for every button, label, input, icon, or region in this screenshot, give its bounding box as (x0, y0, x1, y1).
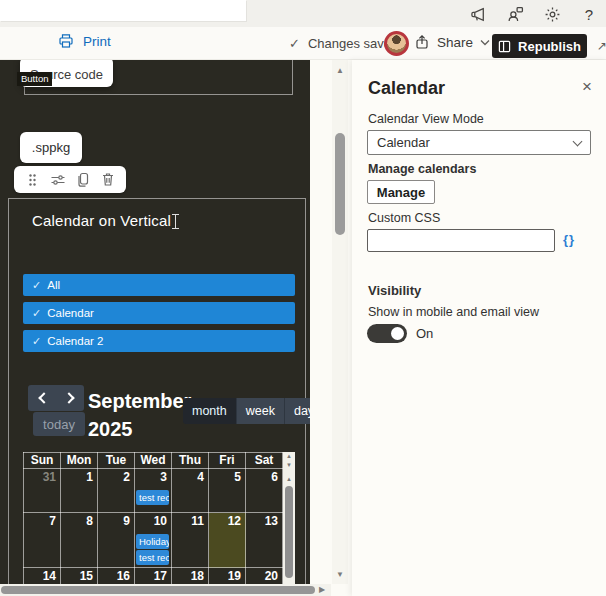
duplicate-icon[interactable] (74, 171, 92, 189)
filter-label: Calendar 2 (47, 335, 103, 347)
check-icon: ✓ (289, 36, 300, 51)
calendar-event[interactable]: test rec (136, 490, 169, 505)
day-number: 6 (246, 469, 282, 484)
toggle-state-label: On (416, 326, 433, 341)
page-canvas: Source code Button .sppkg Calendar on Ve… (0, 60, 310, 596)
filter-button[interactable]: ✓All (23, 274, 295, 296)
toggle-knob (391, 327, 404, 340)
check-icon: ✓ (32, 307, 41, 320)
visibility-toggle[interactable] (367, 324, 407, 343)
webpart-title-text: Calendar on Vertical (32, 212, 171, 229)
page-editor: ? Print ✓ Changes saved Share (0, 0, 606, 596)
calendar-scroll-thumb[interactable] (285, 486, 293, 578)
day-cell[interactable]: 3test rec (135, 469, 172, 513)
view-button-month[interactable]: month (183, 398, 236, 424)
text-cursor (175, 214, 176, 229)
scroll-up-icon[interactable]: ▲ (332, 66, 348, 75)
view-mode-dropdown[interactable]: Calendar (367, 130, 591, 155)
day-cell[interactable]: 12 (209, 513, 246, 568)
day-cell[interactable]: 13 (246, 513, 283, 568)
day-cell[interactable]: 9 (98, 513, 135, 568)
view-mode-label: Calendar View Mode (368, 112, 484, 126)
user-avatar[interactable] (384, 31, 409, 56)
day-number: 16 (98, 568, 134, 583)
horizontal-scroll-thumb[interactable] (1, 586, 315, 594)
delete-icon[interactable] (99, 171, 117, 189)
webpart-title[interactable]: Calendar on Vertical (32, 212, 176, 229)
scroll-up-icon[interactable]: ▲ (283, 475, 295, 484)
chevron-right-icon (63, 392, 74, 403)
republish-button[interactable]: Republish (492, 34, 587, 58)
prev-month-button[interactable] (28, 385, 56, 411)
print-label: Print (83, 34, 111, 49)
filter-button[interactable]: ✓Calendar (23, 302, 295, 324)
command-bar: Print ✓ Changes saved Share Republish ↗ (0, 27, 606, 60)
calendar-filter-buttons: ✓All✓Calendar✓Calendar 2 (23, 274, 295, 358)
visibility-label: Visibility (368, 283, 421, 298)
chevron-down-icon (480, 39, 490, 46)
day-cell[interactable]: 8 (61, 513, 98, 568)
day-number: 7 (24, 513, 60, 528)
calendar-scrollbar[interactable]: ▲ ▼ ▲ (283, 452, 295, 596)
print-button[interactable]: Print (58, 33, 111, 49)
scroll-right-icon[interactable]: ▶ (319, 585, 325, 594)
resize-arrow-icon: ↗ (597, 39, 606, 53)
view-button-day[interactable]: day (284, 398, 310, 424)
view-mode-value: Calendar (377, 135, 430, 150)
open-menu-remnant (0, 0, 246, 21)
manage-button[interactable]: Manage (367, 180, 435, 204)
next-month-button[interactable] (56, 385, 84, 411)
drag-handle-icon[interactable] (24, 171, 42, 189)
day-number: 4 (172, 469, 208, 484)
today-button[interactable]: today (33, 412, 85, 436)
day-cell[interactable]: 31 (24, 469, 61, 513)
page-vertical-scrollbar[interactable]: ▲ ▼ (332, 60, 348, 584)
day-cell[interactable]: 6 (246, 469, 283, 513)
day-number: 5 (209, 469, 245, 484)
scroll-up-icon[interactable]: ▲ (283, 452, 295, 461)
sppkg-file-chip[interactable]: .sppkg (20, 132, 82, 163)
close-icon[interactable]: × (576, 76, 598, 98)
day-cell[interactable]: 1 (61, 469, 98, 513)
day-cell[interactable]: 4 (172, 469, 209, 513)
chevron-left-icon (38, 392, 49, 403)
day-number: 13 (246, 513, 282, 528)
day-header: Sun (24, 453, 61, 469)
day-number: 8 (61, 513, 97, 528)
webpart-toolbar (14, 166, 126, 193)
day-cell[interactable]: 11 (172, 513, 209, 568)
calendar-nav-group (28, 385, 84, 411)
view-button-week[interactable]: week (236, 398, 284, 424)
filter-button[interactable]: ✓Calendar 2 (23, 330, 295, 352)
panel-title: Calendar (368, 78, 445, 99)
day-number: 14 (24, 568, 60, 583)
day-header: Fri (209, 453, 246, 469)
page-scroll-thumb[interactable] (335, 133, 345, 235)
day-number: 18 (172, 568, 208, 583)
page-horizontal-scrollbar[interactable]: ▶ (0, 584, 331, 596)
day-cell[interactable]: 7 (24, 513, 61, 568)
day-cell[interactable]: 5 (209, 469, 246, 513)
printer-icon (58, 33, 74, 49)
help-icon[interactable]: ? (580, 5, 598, 23)
announcements-icon[interactable] (469, 5, 487, 23)
help-glyph: ? (585, 6, 593, 23)
code-braces-icon[interactable]: {} (563, 232, 575, 247)
day-cell[interactable]: 10Holidaytest rec (135, 513, 172, 568)
day-cell[interactable]: 2 (98, 469, 135, 513)
day-number: 10 (135, 513, 171, 528)
calendar-event[interactable]: Holiday (136, 534, 169, 549)
scroll-down-icon[interactable]: ▼ (332, 570, 348, 579)
share-button[interactable]: Share (414, 34, 490, 50)
move-settings-icon[interactable] (49, 171, 67, 189)
check-icon: ✓ (32, 335, 41, 348)
day-number: 3 (135, 469, 171, 484)
filter-label: All (47, 279, 60, 291)
scroll-down-icon[interactable]: ▼ (283, 461, 295, 470)
calendar-event[interactable]: test rec (136, 550, 169, 565)
people-add-icon[interactable] (506, 5, 524, 23)
custom-css-input[interactable] (367, 229, 555, 252)
manage-calendars-label: Manage calendars (368, 162, 476, 176)
day-header: Wed (135, 453, 172, 469)
settings-icon[interactable] (543, 5, 561, 23)
